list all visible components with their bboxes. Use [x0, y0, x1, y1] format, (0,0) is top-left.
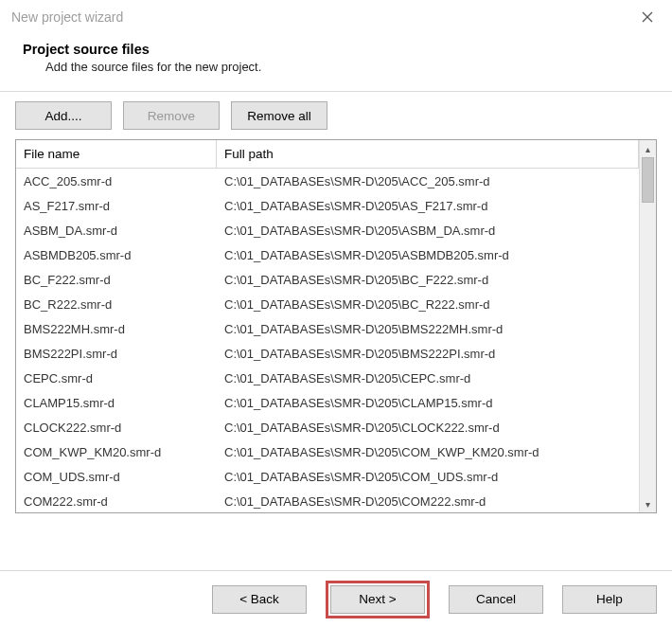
list-header: File name Full path: [16, 140, 639, 169]
list-rows: ACC_205.smr-dC:\01_DATABASEs\SMR-D\205\A…: [16, 169, 639, 512]
cell-fullpath: C:\01_DATABASEs\SMR-D\205\CLOCK222.smr-d: [217, 421, 639, 435]
cell-fullpath: C:\01_DATABASEs\SMR-D\205\CEPC.smr-d: [217, 371, 639, 385]
cell-fullpath: C:\01_DATABASEs\SMR-D\205\BMS222MH.smr-d: [217, 322, 639, 336]
cell-filename: CLAMP15.smr-d: [16, 396, 217, 410]
cell-fullpath: C:\01_DATABASEs\SMR-D\205\BC_R222.smr-d: [217, 297, 639, 312]
cell-fullpath: C:\01_DATABASEs\SMR-D\205\COM_KWP_KM20.s…: [217, 445, 639, 459]
titlebar: New project wizard: [0, 0, 672, 34]
cell-filename: AS_F217.smr-d: [16, 199, 217, 213]
add-button[interactable]: Add....: [15, 101, 112, 130]
vertical-scrollbar[interactable]: ▴ ▾: [639, 140, 656, 512]
content-area: Add.... Remove Remove all File name Full…: [0, 92, 672, 513]
list-item[interactable]: ASBMDB205.smr-dC:\01_DATABASEs\SMR-D\205…: [16, 242, 639, 267]
list-item[interactable]: COM_KWP_KM20.smr-dC:\01_DATABASEs\SMR-D\…: [16, 439, 639, 464]
list-item[interactable]: CLAMP15.smr-dC:\01_DATABASEs\SMR-D\205\C…: [16, 390, 639, 415]
next-button-highlight: Next >: [326, 581, 430, 618]
cell-filename: COM_KWP_KM20.smr-d: [16, 445, 217, 459]
back-button[interactable]: < Back: [212, 585, 307, 614]
list-item[interactable]: COM222.smr-dC:\01_DATABASEs\SMR-D\205\CO…: [16, 489, 639, 512]
list-item[interactable]: COM_UDS.smr-dC:\01_DATABASEs\SMR-D\205\C…: [16, 464, 639, 489]
cell-fullpath: C:\01_DATABASEs\SMR-D\205\CLAMP15.smr-d: [217, 396, 639, 410]
cell-fullpath: C:\01_DATABASEs\SMR-D\205\ASBMDB205.smr-…: [217, 248, 639, 262]
cell-filename: BC_R222.smr-d: [16, 297, 217, 312]
scroll-thumb[interactable]: [642, 157, 654, 203]
cell-filename: ACC_205.smr-d: [16, 174, 217, 188]
list-item[interactable]: CEPC.smr-dC:\01_DATABASEs\SMR-D\205\CEPC…: [16, 366, 639, 390]
cell-filename: BMS222MH.smr-d: [16, 322, 217, 336]
scroll-up-arrow-icon[interactable]: ▴: [640, 140, 656, 157]
next-button[interactable]: Next >: [330, 585, 425, 614]
cell-fullpath: C:\01_DATABASEs\SMR-D\205\COM_UDS.smr-d: [217, 470, 639, 484]
list-item[interactable]: CLOCK222.smr-dC:\01_DATABASEs\SMR-D\205\…: [16, 415, 639, 439]
remove-button[interactable]: Remove: [123, 101, 220, 130]
list-item[interactable]: ASBM_DA.smr-dC:\01_DATABASEs\SMR-D\205\A…: [16, 218, 639, 242]
cancel-button[interactable]: Cancel: [449, 585, 543, 614]
wizard-subtitle: Add the source files for the new project…: [23, 60, 649, 74]
file-list: File name Full path ACC_205.smr-dC:\01_D…: [15, 139, 657, 513]
scroll-track[interactable]: [640, 157, 656, 495]
cell-filename: ASBM_DA.smr-d: [16, 224, 217, 238]
cell-fullpath: C:\01_DATABASEs\SMR-D\205\COM222.smr-d: [217, 494, 639, 509]
close-icon: [642, 11, 653, 23]
list-item[interactable]: BC_R222.smr-dC:\01_DATABASEs\SMR-D\205\B…: [16, 292, 639, 316]
cell-filename: ASBMDB205.smr-d: [16, 248, 217, 262]
close-button[interactable]: [636, 6, 659, 28]
remove-all-button[interactable]: Remove all: [231, 101, 327, 130]
cell-fullpath: C:\01_DATABASEs\SMR-D\205\ASBM_DA.smr-d: [217, 224, 639, 238]
cell-filename: COM_UDS.smr-d: [16, 470, 217, 484]
cell-filename: BC_F222.smr-d: [16, 273, 217, 287]
toolbar: Add.... Remove Remove all: [15, 101, 657, 130]
wizard-title: Project source files: [23, 42, 649, 57]
list-item[interactable]: ACC_205.smr-dC:\01_DATABASEs\SMR-D\205\A…: [16, 169, 639, 193]
window-title: New project wizard: [11, 9, 123, 25]
wizard-footer: < Back Next > Cancel Help: [0, 570, 672, 627]
list-item[interactable]: BMS222PI.smr-dC:\01_DATABASEs\SMR-D\205\…: [16, 341, 639, 366]
cell-filename: CEPC.smr-d: [16, 371, 217, 385]
cell-filename: CLOCK222.smr-d: [16, 421, 217, 435]
cell-fullpath: C:\01_DATABASEs\SMR-D\205\AS_F217.smr-d: [217, 199, 639, 213]
cell-fullpath: C:\01_DATABASEs\SMR-D\205\BMS222PI.smr-d: [217, 347, 639, 361]
column-header-filename[interactable]: File name: [16, 140, 217, 168]
cell-filename: COM222.smr-d: [16, 494, 217, 509]
column-header-fullpath[interactable]: Full path: [217, 140, 639, 168]
list-item[interactable]: AS_F217.smr-dC:\01_DATABASEs\SMR-D\205\A…: [16, 193, 639, 218]
help-button[interactable]: Help: [562, 585, 657, 614]
cell-filename: BMS222PI.smr-d: [16, 347, 217, 361]
cell-fullpath: C:\01_DATABASEs\SMR-D\205\ACC_205.smr-d: [217, 174, 639, 188]
list-item[interactable]: BC_F222.smr-dC:\01_DATABASEs\SMR-D\205\B…: [16, 267, 639, 292]
list-item[interactable]: BMS222MH.smr-dC:\01_DATABASEs\SMR-D\205\…: [16, 316, 639, 341]
wizard-header: Project source files Add the source file…: [0, 34, 672, 92]
scroll-down-arrow-icon[interactable]: ▾: [640, 495, 656, 512]
cell-fullpath: C:\01_DATABASEs\SMR-D\205\BC_F222.smr-d: [217, 273, 639, 287]
